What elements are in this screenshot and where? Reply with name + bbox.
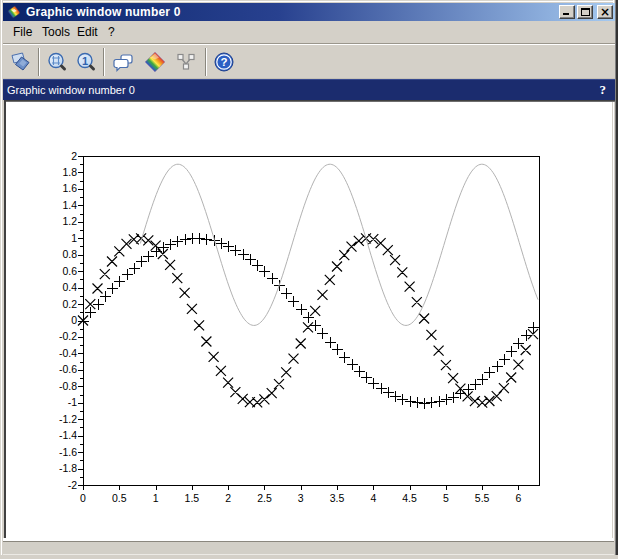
x-tick-label: 5.5: [475, 492, 490, 504]
help-icon: [213, 51, 235, 73]
x-tick-label: 1: [153, 492, 159, 504]
help-button[interactable]: [211, 49, 237, 75]
dock-bar[interactable]: Graphic window number 0 ?: [3, 79, 615, 100]
y-tick-label: -1.6: [59, 446, 77, 458]
title-bar[interactable]: Graphic window number 0 ×: [3, 3, 615, 21]
menu-edit[interactable]: Edit: [77, 23, 98, 41]
figure-editor-button[interactable]: [142, 49, 168, 75]
y-tick-label: 0.2: [62, 298, 77, 310]
zoom-area-button[interactable]: [44, 49, 70, 75]
y-tick-label: -1.8: [59, 462, 77, 474]
scilab-graphic-window: Graphic window number 0 × FileToolsEdit?…: [0, 0, 618, 559]
x-tick-label: 0: [80, 492, 86, 504]
y-tick-label: 1: [71, 232, 77, 244]
series-shifted-sine: [140, 164, 538, 325]
x-tick-label: 2: [225, 492, 231, 504]
dock-bar-title: Graphic window number 0: [7, 84, 600, 96]
graph-hierarchy-button[interactable]: [173, 49, 199, 75]
y-tick-label: -1: [68, 396, 77, 408]
y-axis: 21.81.61.41.210.80.60.40.20-0.2-0.4-0.6-…: [59, 150, 83, 491]
status-bar: [3, 538, 614, 555]
x-tick-label: 4.5: [402, 492, 417, 504]
y-tick-label: -2: [68, 479, 77, 491]
series-sin-x-: [78, 233, 539, 409]
close-button[interactable]: ×: [597, 5, 613, 19]
y-tick-label: 0.6: [62, 265, 77, 277]
toolbar-separator: [205, 48, 207, 76]
window-controls: ×: [557, 5, 613, 19]
toolbar-separator: [38, 48, 40, 76]
x-tick-label: 3.5: [330, 492, 345, 504]
y-tick-label: -0.6: [59, 363, 77, 375]
x-axis: 00.511.522.533.544.555.56: [80, 485, 521, 504]
y-tick-label: -0.2: [59, 330, 77, 342]
y-tick-label: 0.8: [62, 248, 77, 260]
y-tick-label: -0.4: [59, 347, 77, 359]
plus-markers: [78, 233, 539, 409]
window-title: Graphic window number 0: [26, 3, 181, 21]
menu-tools[interactable]: Tools: [42, 23, 70, 41]
graph-hierarchy-icon: [175, 51, 197, 73]
y-tick-label: 1.8: [62, 166, 77, 178]
dock-help-button[interactable]: ?: [600, 82, 607, 98]
x-tick-label: 6: [516, 492, 522, 504]
plot-figure: 00.511.522.533.544.555.5621.81.61.41.210…: [6, 102, 612, 538]
x-tick-label: 1.5: [185, 492, 200, 504]
maximize-icon: [581, 8, 590, 16]
x-tick-label: 5: [443, 492, 449, 504]
x-tick-label: 2.5: [257, 492, 272, 504]
y-tick-label: 1.4: [62, 199, 77, 211]
y-tick-label: -1.2: [59, 413, 77, 425]
menu-file[interactable]: File: [13, 23, 32, 41]
plot-canvas[interactable]: 00.511.522.533.544.555.5621.81.61.41.210…: [6, 102, 612, 538]
x-tick-label: 4: [370, 492, 376, 504]
datatips-button[interactable]: [111, 49, 137, 75]
menu-help[interactable]: ?: [108, 23, 115, 41]
rotate-button[interactable]: [8, 49, 34, 75]
scilab-app-icon: [7, 5, 21, 19]
datatips-icon: [113, 51, 135, 73]
minimize-button[interactable]: [559, 5, 575, 19]
series-line: [140, 164, 538, 325]
x-tick-label: 0.5: [112, 492, 127, 504]
rotate-icon: [10, 51, 32, 73]
x-tick-label: 3: [298, 492, 304, 504]
window-border-bottom: [0, 555, 618, 559]
maximize-button[interactable]: [577, 5, 593, 19]
toolbar-separator: [103, 48, 105, 76]
y-tick-label: 0: [71, 314, 77, 326]
toolbar: [3, 45, 615, 79]
y-tick-label: 2: [71, 150, 77, 162]
zoom-area-icon: [46, 51, 68, 73]
y-tick-label: 1.2: [62, 215, 77, 227]
minimize-icon: [563, 13, 569, 15]
zoom-original-icon: [75, 51, 97, 73]
original-view-button[interactable]: [73, 49, 99, 75]
menu-bar: FileToolsEdit?: [3, 21, 615, 43]
y-tick-label: 1.6: [62, 182, 77, 194]
figure-editor-icon: [144, 51, 166, 73]
close-icon: ×: [600, 7, 610, 17]
y-tick-label: -1.4: [59, 429, 77, 441]
y-tick-label: -0.8: [59, 380, 77, 392]
y-tick-label: 0.4: [62, 281, 77, 293]
